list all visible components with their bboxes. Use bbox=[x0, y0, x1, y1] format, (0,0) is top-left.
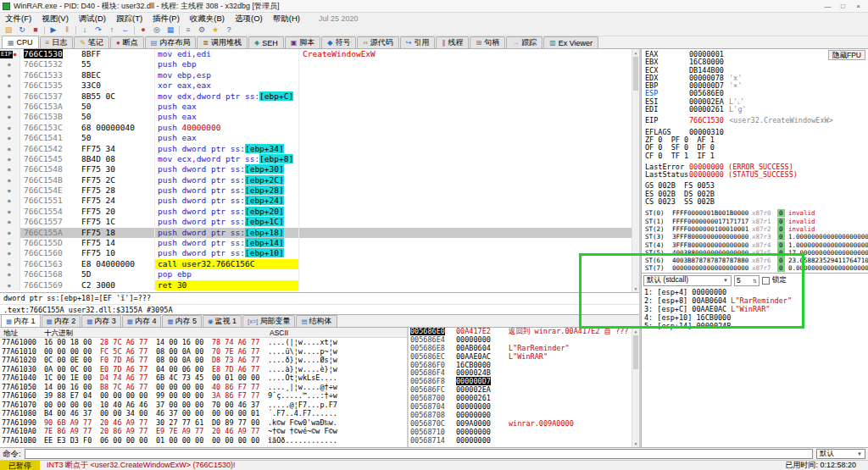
bottom-tab-watch1[interactable]: ◉监视 1 bbox=[203, 315, 242, 327]
tab-ex-viewer[interactable]: ▥Ex Viewer bbox=[543, 36, 598, 48]
fpu-register-row[interactable]: ST(5)40038800000000000000x87r5017.000000… bbox=[645, 249, 866, 257]
breakpoint-dot-icon[interactable]: ● bbox=[8, 154, 11, 164]
lock-checkbox[interactable] bbox=[762, 277, 770, 285]
flags-row[interactable]: CS 0023 SS 002B bbox=[645, 198, 866, 206]
register-row[interactable]: ESP005686E0 bbox=[645, 90, 866, 97]
register-row[interactable]: EDI00000261L'ɡ' bbox=[645, 106, 866, 113]
disasm-row[interactable]: ●766C1569C2 3000ret 30 bbox=[0, 280, 639, 290]
breakpoint-dot-icon[interactable]: ● bbox=[8, 207, 11, 217]
dump-row[interactable]: 77A61080B4 00 46 3700 00 34 0046 37 00 0… bbox=[0, 409, 407, 418]
dump-row[interactable]: 77A610300A 00 0C 00E0 7D A6 7704 00 06 0… bbox=[0, 365, 407, 374]
tab-threads[interactable]: ∥线程 bbox=[436, 36, 469, 48]
scroll-down-icon[interactable]: ▼ bbox=[632, 285, 639, 292]
register-row[interactable]: LastStatus00000000 (STATUS_SUCCESS) bbox=[645, 171, 866, 179]
dump-row[interactable]: 77A610A07E 86 A9 7720 86 A9 77E9 7E A9 7… bbox=[0, 427, 407, 436]
fpu-register-row[interactable]: ST(0)FFFF0000001B001B0000x87r00invalid bbox=[645, 209, 866, 217]
disasm-row[interactable]: ●766C153255push ebp bbox=[0, 59, 639, 69]
breakpoint-dot-icon[interactable]: ● bbox=[8, 259, 11, 269]
breakpoint-dot-icon[interactable]: ● bbox=[8, 175, 11, 185]
flags-row[interactable]: CF 0 TF 1 IF 1 bbox=[645, 152, 866, 160]
tab-references[interactable]: ↪引用 bbox=[400, 36, 436, 48]
dump-row[interactable]: 77A610200C 00 0E 00F0 7D A6 7708 00 0A 0… bbox=[0, 356, 407, 365]
breakpoint-dot-icon[interactable]: ● bbox=[8, 248, 11, 258]
scroll-up-icon[interactable]: ▲ bbox=[632, 49, 639, 56]
bottom-tab-dump4[interactable]: ▦内存 4 bbox=[122, 315, 162, 327]
disasm-row[interactable]: ●766C15338BECmov ebp,esp bbox=[0, 70, 639, 80]
menu-item[interactable]: 选项(O) bbox=[230, 14, 268, 25]
maximize-button[interactable]: □ bbox=[836, 2, 850, 11]
argument-row[interactable]: 3: [esp+C] 00AAE0AC L"WinRAR" bbox=[642, 305, 868, 313]
menu-item[interactable]: 插件(P) bbox=[147, 14, 185, 25]
breakpoint-dot-icon[interactable]: ● bbox=[14, 49, 17, 59]
tab-handles[interactable]: ⊞句柄 bbox=[470, 36, 505, 48]
bottom-tab-locals[interactable]: [x=]局部变量 bbox=[242, 315, 295, 327]
tab-memory-map[interactable]: ▤内存布局 bbox=[145, 36, 197, 48]
menu-item[interactable]: 跟踪(T) bbox=[111, 14, 147, 25]
dump-row[interactable]: 77A6100016 00 18 0028 7C A6 7714 00 16 0… bbox=[0, 338, 407, 347]
disasm-row[interactable]: ●766C154150push eax bbox=[0, 133, 639, 143]
bottom-tab-dump1[interactable]: ▦内存 1 bbox=[1, 314, 41, 327]
argument-count-spinner[interactable]: 5 ⇅ bbox=[734, 275, 760, 286]
breakpoint-dot-icon[interactable]: ● bbox=[8, 217, 11, 227]
stack-scrollbar[interactable]: ▲ ▼ bbox=[632, 328, 639, 447]
breakpoint-dot-icon[interactable]: ● bbox=[8, 59, 11, 69]
disasm-row[interactable]: ●766C1551FF75 24push dword ptr ss:[ebp+2… bbox=[0, 196, 639, 206]
disasm-row[interactable]: ●766C15685Dpop ebp bbox=[0, 269, 639, 279]
disasm-row[interactable]: ●766C153A50push eax bbox=[0, 102, 639, 112]
fpu-register-row[interactable]: ST(2)FFFF0000000100010001x87r20invalid bbox=[645, 225, 866, 233]
menu-item[interactable]: 文件(F) bbox=[0, 14, 36, 25]
breakpoint-dot-icon[interactable]: ● bbox=[8, 238, 11, 248]
disasm-row[interactable]: ●766C15378B55 0Cmov edx,dword ptr ss:[eb… bbox=[0, 91, 639, 102]
help-icon[interactable]: ? bbox=[222, 25, 236, 36]
breakpoint-dot-icon[interactable]: ● bbox=[8, 112, 11, 122]
scroll-up-icon[interactable]: ▲ bbox=[632, 328, 639, 335]
argument-row[interactable]: 4: [esp+10] 16CB0000 bbox=[642, 313, 868, 322]
dump-row[interactable]: 77A6107000 00 00 0010 40 A6 4637 00 00 0… bbox=[0, 401, 407, 410]
tab-notes[interactable]: ✎笔记 bbox=[74, 36, 109, 48]
command-language-select[interactable]: 默认 ▼ bbox=[816, 449, 865, 459]
hide-fpu-button[interactable]: 隐藏FPU bbox=[828, 50, 865, 60]
breakpoint-dot-icon[interactable]: ● bbox=[8, 269, 11, 279]
menu-item[interactable]: 视图(V) bbox=[36, 14, 74, 25]
favorites-star-icon[interactable]: ★ bbox=[209, 25, 222, 36]
search-icon[interactable]: ◎ bbox=[150, 25, 164, 36]
disasm-row[interactable]: ●766C1542FF75 34push dword ptr ss:[ebp+3… bbox=[0, 144, 639, 154]
stack-row[interactable]: 0056871400000000 bbox=[409, 437, 639, 445]
bottom-tab-dump3[interactable]: ▦内存 3 bbox=[81, 315, 121, 327]
dump-row[interactable]: 77A6109090 6B A9 7720 46 A9 7730 27 77 6… bbox=[0, 418, 407, 428]
run-to-return-icon[interactable]: ← bbox=[119, 25, 132, 36]
calling-convention-select[interactable]: 默认 (stdcall) ▼ bbox=[643, 275, 732, 286]
breakpoint-dot-icon[interactable]: ● bbox=[8, 185, 11, 196]
step-into-icon[interactable]: ↓ bbox=[78, 25, 92, 36]
breakpoint-dot-icon[interactable]: ● bbox=[8, 102, 11, 112]
tab-seh[interactable]: ◈SEH bbox=[248, 36, 284, 48]
register-row[interactable]: EDX00000078'x' bbox=[645, 75, 866, 82]
breakpoint-dot-icon[interactable]: ● bbox=[8, 228, 11, 238]
register-row[interactable]: ESI000002EAL'˪' bbox=[645, 98, 866, 106]
tab-script[interactable]: ▣脚本 bbox=[285, 36, 321, 48]
breakpoint-dot-icon[interactable]: ● bbox=[8, 196, 11, 206]
breakpoint-dot-icon[interactable]: ● bbox=[8, 123, 11, 133]
menu-item[interactable]: 调试(D) bbox=[74, 14, 111, 25]
disasm-row[interactable]: ●766C153B50push eax bbox=[0, 112, 639, 122]
bottom-tab-dump2[interactable]: ▦内存 2 bbox=[42, 315, 81, 327]
register-row[interactable]: ECXDB144B00 bbox=[645, 67, 866, 75]
memory-map-icon[interactable]: ▦ bbox=[164, 25, 177, 36]
tab-trace[interactable]: →跟踪 bbox=[506, 36, 542, 48]
disasm-row[interactable]: EIP●766C15308BFFmov edi,ediCreateWindowE… bbox=[0, 49, 639, 59]
disasm-row[interactable]: ●766C153C68 00000040push 40000000 bbox=[0, 123, 639, 133]
dump-row[interactable]: 77A6101000 00 00 00FC 5C A6 7708 00 0A 0… bbox=[0, 347, 407, 357]
register-row[interactable]: EIP766C1530<user32.CreateWindowExW> bbox=[645, 117, 866, 124]
disasm-row[interactable]: ●766C155AFF75 18push dword ptr ss:[ebp+1… bbox=[0, 228, 639, 238]
step-out-icon[interactable]: ↑ bbox=[105, 25, 119, 36]
breakpoint-dot-icon[interactable]: ● bbox=[8, 144, 11, 154]
fpu-register-row[interactable]: ST(6)4003B878787878787880x87r6023.058823… bbox=[645, 257, 866, 264]
breakpoint-dot-icon[interactable]: ● bbox=[8, 164, 11, 174]
step-over-icon[interactable]: ↷ bbox=[92, 25, 105, 36]
tab-source[interactable]: ‹›源代码 bbox=[357, 36, 398, 48]
tab-cpu[interactable]: ▦CPU bbox=[2, 36, 39, 48]
tab-breakpoints[interactable]: ●断点 bbox=[110, 36, 144, 48]
disasm-row[interactable]: ●766C154EFF75 28push dword ptr ss:[ebp+2… bbox=[0, 185, 639, 196]
argument-row[interactable]: 1: [esp+4] 00000000 bbox=[642, 288, 868, 296]
menu-item[interactable]: 帮助(H) bbox=[268, 14, 305, 25]
